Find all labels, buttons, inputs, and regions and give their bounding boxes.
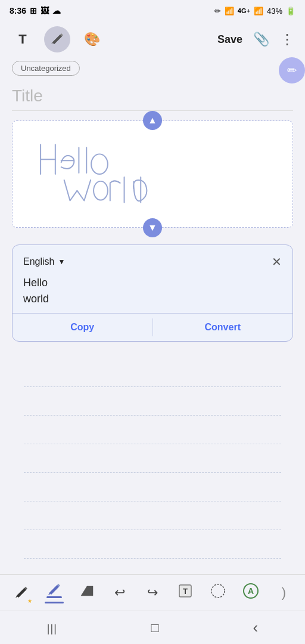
svg-point-1	[94, 181, 108, 200]
dotted-line	[24, 387, 281, 416]
back-icon: ‹	[253, 618, 258, 636]
bottom-drawing-toolbar: ★ ↩	[0, 574, 305, 611]
convert-button[interactable]: Convert	[153, 314, 293, 341]
dotted-line	[24, 473, 281, 501]
time: 8:36	[10, 6, 26, 16]
redo-button[interactable]: ↪	[141, 581, 164, 605]
collapse-up-button[interactable]: ▲	[143, 111, 162, 130]
note-title[interactable]: Title	[12, 82, 293, 111]
pen-tool-button[interactable]	[44, 26, 70, 52]
toolbar-right: Save 📎 ⋮	[217, 31, 295, 48]
dotted-line	[24, 358, 281, 387]
recognition-header: English ▼ ✕	[23, 255, 282, 269]
redo-icon: ↪	[147, 585, 158, 600]
copy-button[interactable]: Copy	[13, 314, 152, 341]
back-nav-button[interactable]: ‹	[253, 618, 258, 637]
extra-tool[interactable]: )	[272, 581, 295, 605]
palette-icon: 🎨	[84, 32, 100, 47]
dropdown-icon: ▼	[58, 258, 65, 266]
extra-icon: )	[282, 585, 286, 600]
svg-marker-3	[81, 586, 93, 596]
recognized-text: Hello world	[23, 275, 282, 307]
undo-icon: ↩	[114, 585, 125, 600]
palette-tool-button[interactable]: 🎨	[79, 26, 105, 52]
svg-point-0	[91, 154, 108, 174]
menu-icon: |||	[47, 623, 57, 634]
signal-icon: 📶	[254, 7, 263, 16]
lasso-tool[interactable]	[206, 581, 230, 605]
dotted-line	[24, 444, 281, 473]
home-icon: □	[151, 620, 159, 635]
wifi-icon: 📶	[225, 7, 234, 16]
more-options-button[interactable]: ⋮	[280, 31, 295, 48]
edit-icon: ✏	[214, 7, 221, 16]
undo-button[interactable]: ↩	[108, 581, 132, 605]
battery-icon: 🔋	[286, 7, 295, 16]
status-bar: 8:36 ⊞ 🖼 ☁ ✏ 📶 4G+ 📶 43% 🔋	[0, 0, 305, 21]
save-button[interactable]: Save	[217, 33, 242, 46]
grammar-check-button[interactable]: A	[239, 581, 263, 605]
dotted-line	[24, 530, 281, 559]
grammar-icon: A	[242, 583, 259, 603]
edit-fab-icon: ✏	[287, 63, 297, 78]
status-indicators: ✏ 📶 4G+ 📶 43% 🔋	[214, 7, 295, 16]
recognition-panel: English ▼ ✕ Hello world Copy Convert	[12, 244, 293, 342]
navigation-bar: ||| □ ‹	[0, 611, 305, 644]
note-content-area: ✏ Uncategorized Title ▲	[0, 57, 305, 559]
handwriting-canvas-container: ▲	[12, 120, 293, 228]
grid-icon: ⊞	[30, 6, 37, 16]
toolbar-left: T 🎨	[10, 26, 105, 52]
eraser-tool[interactable]	[75, 581, 99, 605]
status-time: 8:36 ⊞ 🖼 ☁	[10, 6, 61, 16]
menu-nav-button[interactable]: |||	[47, 620, 57, 636]
text-insert-button[interactable]: T	[173, 581, 197, 605]
chevron-up-icon: ▲	[148, 115, 157, 126]
svg-rect-2	[46, 596, 62, 598]
text-icon: T	[18, 32, 26, 47]
collapse-down-button[interactable]: ▼	[143, 218, 162, 237]
svg-text:T: T	[183, 587, 188, 596]
category-tag[interactable]: Uncategorized	[12, 61, 80, 76]
image-icon: 🖼	[41, 6, 49, 16]
recognition-actions: Copy Convert	[13, 313, 292, 341]
handwriting-canvas[interactable]	[12, 120, 293, 228]
cloud-icon: ☁	[52, 6, 61, 16]
pen-star-icon: ★	[13, 583, 30, 603]
floating-edit-button[interactable]: ✏	[279, 57, 305, 83]
language-label: English	[23, 256, 54, 267]
home-nav-button[interactable]: □	[151, 620, 159, 636]
lasso-icon	[210, 583, 226, 603]
text-insert-icon: T	[177, 583, 194, 603]
dotted-line	[24, 416, 281, 444]
pen-tool-bottom[interactable]: ★	[10, 581, 33, 605]
dotted-line	[24, 501, 281, 530]
pen-icon	[49, 30, 65, 49]
text-tool-button[interactable]: T	[10, 26, 36, 52]
attach-button[interactable]: 📎	[253, 32, 269, 47]
battery-percent: 43%	[267, 7, 282, 16]
close-recognition-button[interactable]: ✕	[272, 255, 282, 269]
main-toolbar: T 🎨 Save 📎 ⋮	[0, 21, 305, 57]
eraser-icon	[79, 583, 95, 603]
language-selector[interactable]: English ▼	[23, 256, 65, 267]
lte-icon: 4G+	[238, 7, 250, 14]
chevron-down-icon: ▼	[148, 222, 157, 233]
dotted-lines-area	[24, 358, 281, 559]
svg-point-6	[211, 584, 225, 597]
underline-pen-icon	[45, 582, 63, 603]
underline-pen-tool[interactable]	[42, 581, 66, 605]
more-icon: ⋮	[280, 31, 295, 47]
svg-text:A: A	[248, 586, 254, 596]
paperclip-icon: 📎	[253, 32, 269, 47]
